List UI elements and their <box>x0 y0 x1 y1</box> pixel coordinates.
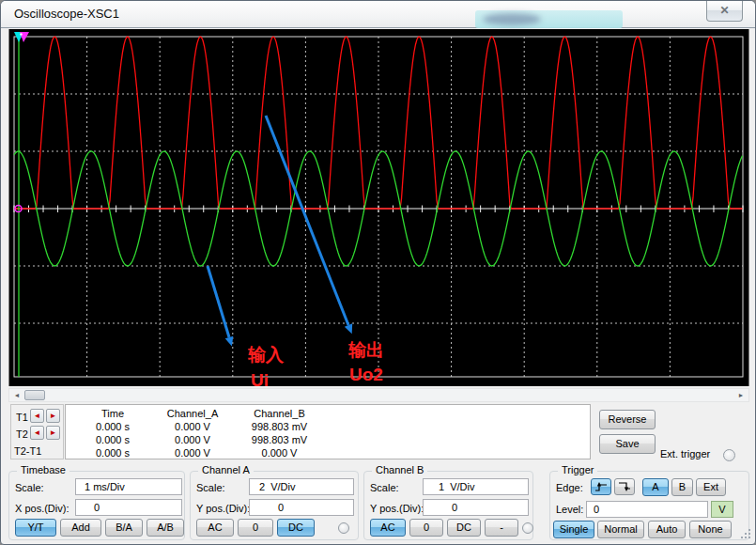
resize-grip[interactable] <box>741 537 743 538</box>
t2t1-time: 0.000 s <box>75 447 150 459</box>
cursor-panel: T1 T2 T2-T1 ◄ ► ◄ ► <box>10 404 64 459</box>
channel-b-scale-field[interactable]: 1 V/Div <box>423 478 529 495</box>
column-header-channel-a: Channel_A <box>150 408 235 419</box>
timebase-group: Timebase Scale: 1 ms/Div X pos.(Div): 0 … <box>8 471 185 540</box>
measurement-table: Time Channel_A Channel_B 0.000 s 0.000 V… <box>65 404 591 459</box>
scroll-left-button[interactable]: ◄ <box>9 389 24 401</box>
t2-right-button[interactable]: ► <box>46 426 60 440</box>
ext-trigger-indicator <box>723 449 735 461</box>
channel-b-ypos-label: Y pos.(Div): <box>370 503 424 514</box>
window-title: Oscilloscope-XSC1 <box>14 1 119 27</box>
cursor-t2t1-label: T2-T1 <box>14 445 41 457</box>
cursor-t2-label: T2 <box>16 428 28 440</box>
trigger-rising-edge-button[interactable] <box>591 478 611 495</box>
timebase-xpos-field[interactable]: 0 <box>75 499 182 516</box>
channel-a-input-indicator <box>338 522 349 534</box>
t1-time: 0.000 s <box>75 421 150 432</box>
trigger-edge-label: Edge: <box>556 482 583 493</box>
timebase-title: Timebase <box>17 464 69 475</box>
trigger-none-button[interactable]: None <box>689 521 732 538</box>
ext-trigger-label: Ext. trigger <box>660 448 710 459</box>
column-header-time: Time <box>75 408 150 419</box>
trigger-single-button[interactable]: Single <box>553 521 594 538</box>
timebase-yt-button[interactable]: Y/T <box>15 519 56 537</box>
trigger-falling-edge-button[interactable] <box>614 478 635 495</box>
trigger-title: Trigger <box>558 464 597 475</box>
annotation-output-label: 输出 <box>348 341 384 360</box>
channel-a-dc-button[interactable]: DC <box>277 519 315 537</box>
annotation-output-symbol: Uo2 <box>349 366 383 384</box>
timebase-scale-label: Scale: <box>15 482 44 493</box>
t1-channel-a: 0.000 V <box>150 421 235 432</box>
timebase-ba-button[interactable]: B/A <box>105 519 143 537</box>
t2-time: 0.000 s <box>75 434 150 445</box>
channel-a-ac-button[interactable]: AC <box>196 519 234 537</box>
t2-channel-a: 0.000 V <box>150 434 235 445</box>
channel-b-dc-button[interactable]: DC <box>447 519 481 537</box>
channel-a-ypos-field[interactable]: 0 <box>249 499 354 516</box>
cursor-t1-label: T1 <box>16 412 28 423</box>
column-header-channel-b: Channel_B <box>235 408 324 419</box>
channel-a-group: Channel A Scale: 2 V/Div Y pos.(Div): 0 … <box>190 471 359 540</box>
trigger-source-a-button[interactable]: A <box>642 478 669 496</box>
waveform-plot[interactable] <box>9 29 750 386</box>
timebase-add-button[interactable]: Add <box>60 519 101 537</box>
trigger-source-ext-button[interactable]: Ext <box>696 478 726 496</box>
trigger-normal-button[interactable]: Normal <box>597 521 644 538</box>
t2-left-button[interactable]: ◄ <box>30 426 44 440</box>
reverse-button[interactable]: Reverse <box>599 410 656 429</box>
scroll-thumb[interactable] <box>24 390 45 400</box>
channel-b-group: Channel B Scale: 1 V/Div Y pos.(Div): 0 … <box>363 471 533 540</box>
trigger-level-label: Level: <box>556 504 583 515</box>
horizontal-scrollbar[interactable]: ◄ ► <box>8 388 749 402</box>
t2t1-channel-a: 0.000 V <box>150 447 235 459</box>
rising-edge-icon <box>594 481 608 492</box>
channel-b-title: Channel B <box>372 464 427 475</box>
scroll-right-button[interactable]: ► <box>733 389 748 401</box>
timebase-ab-button[interactable]: A/B <box>147 519 184 537</box>
trigger-level-field[interactable]: 0 <box>586 501 708 518</box>
close-icon: ✕ <box>719 4 729 17</box>
channel-b-zero-button[interactable]: 0 <box>409 519 443 537</box>
t1-channel-b: 998.803 mV <box>235 421 324 432</box>
timebase-xpos-label: X pos.(Div): <box>15 503 69 514</box>
scope-display <box>8 29 749 386</box>
annotation-input-label: 输入 <box>248 346 284 365</box>
channel-b-input-indicator <box>522 522 533 534</box>
trigger-level-unit-select[interactable]: V <box>711 501 733 518</box>
t2t1-channel-b: 0.000 V <box>235 447 324 459</box>
channel-b-ac-button[interactable]: AC <box>370 519 406 537</box>
save-button[interactable]: Save <box>599 434 656 454</box>
falling-edge-icon <box>618 481 631 492</box>
trigger-group: Trigger Edge: A B Ext Level: 0 V Single … <box>549 471 749 540</box>
channel-a-scale-label: Scale: <box>196 482 225 493</box>
oscilloscope-window: Oscilloscope-XSC1 ✕ 输入 Ui 输出 Uo2 ◄ ► T1 … <box>0 0 756 545</box>
t1-right-button[interactable]: ► <box>46 409 60 423</box>
annotation-input-symbol: Ui <box>251 371 269 390</box>
background-window-glimpse <box>475 10 623 28</box>
timebase-scale-field[interactable]: 1 ms/Div <box>75 478 182 495</box>
t1-left-button[interactable]: ◄ <box>30 409 44 423</box>
channel-a-scale-field[interactable]: 2 V/Div <box>249 478 354 495</box>
channel-a-title: Channel A <box>198 464 254 475</box>
channel-a-zero-button[interactable]: 0 <box>238 519 273 537</box>
channel-a-ypos-label: Y pos.(Div): <box>196 503 250 514</box>
trigger-auto-button[interactable]: Auto <box>648 521 686 538</box>
close-button[interactable]: ✕ <box>706 1 743 22</box>
channel-b-ypos-field[interactable]: 0 <box>423 499 529 516</box>
channel-b-scale-label: Scale: <box>370 482 399 493</box>
t2-channel-b: 998.803 mV <box>235 434 324 445</box>
title-bar[interactable]: Oscilloscope-XSC1 ✕ <box>1 1 755 28</box>
trigger-source-b-button[interactable]: B <box>671 478 693 496</box>
channel-b-minus-button[interactable]: - <box>485 519 518 537</box>
